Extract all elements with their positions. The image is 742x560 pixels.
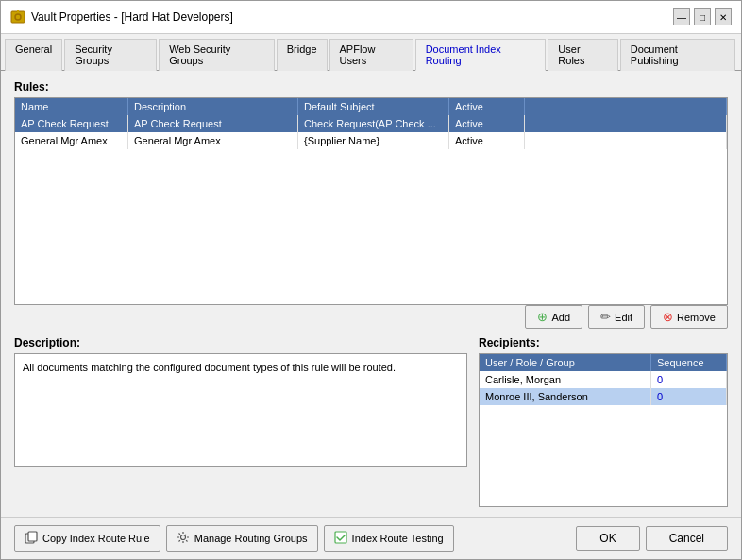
footer-right: OK Cancel [576, 526, 728, 551]
table-header: Name Description Default Subject Active [15, 98, 727, 115]
tab-document-publishing[interactable]: Document Publishing [620, 39, 735, 71]
recipients-label: Recipients: [479, 336, 728, 349]
row1-subject: Check Request(AP Check ... [298, 115, 449, 132]
row2-subject: {Supplier Name} [298, 132, 449, 149]
recipients-table: User / Role / Group Sequence Carlisle, M… [479, 353, 728, 507]
rec-row[interactable]: Carlisle, Morgan 0 [480, 371, 727, 388]
edit-icon: ✏ [600, 310, 611, 324]
edit-button[interactable]: ✏ Edit [588, 305, 645, 329]
window-title: Vault Properties - [Hard Hat Developers] [31, 10, 233, 24]
recipients-body: Carlisle, Morgan 0 Monroe III, Sanderson… [480, 371, 727, 405]
tab-apflow-users[interactable]: APFlow Users [329, 39, 413, 71]
cancel-button[interactable]: Cancel [646, 526, 728, 551]
row2-description: General Mgr Amex [128, 132, 298, 149]
svg-rect-4 [28, 532, 37, 541]
gear-icon [177, 531, 190, 546]
title-controls: — □ ✕ [673, 8, 732, 25]
title-bar: Vault Properties - [Hard Hat Developers]… [1, 1, 741, 34]
add-icon: ⊕ [537, 310, 548, 324]
minimize-button[interactable]: — [673, 8, 690, 25]
rec-col-name: User / Role / Group [480, 354, 651, 371]
description-label: Description: [14, 336, 467, 349]
svg-rect-2 [17, 10, 19, 13]
rec2-name: Monroe III, Sanderson [480, 388, 651, 405]
manage-routing-groups-button[interactable]: Manage Routing Groups [166, 525, 318, 552]
title-bar-left: Vault Properties - [Hard Hat Developers] [10, 9, 233, 25]
remove-button[interactable]: ⊗ Remove [650, 305, 728, 329]
maximize-button[interactable]: □ [694, 8, 711, 25]
row2-active: Active [449, 132, 525, 149]
tab-bridge[interactable]: Bridge [277, 39, 328, 71]
rules-table: Name Description Default Subject Active … [14, 97, 728, 305]
row1-extra [525, 115, 727, 132]
row1-description: AP Check Request [128, 115, 298, 132]
remove-icon: ⊗ [663, 310, 673, 324]
footer-left: Copy Index Route Rule Manage Routing Gro… [14, 525, 454, 552]
col-description: Description [128, 98, 298, 115]
row2-extra [525, 132, 727, 149]
vault-icon [10, 9, 25, 25]
description-section: Description: All documents matching the … [14, 336, 467, 507]
footer: Copy Index Route Rule Manage Routing Gro… [1, 517, 741, 559]
check-icon [334, 531, 347, 546]
main-content: Rules: Name Description Default Subject … [1, 71, 741, 517]
add-button[interactable]: ⊕ Add [525, 305, 582, 329]
col-default-subject: Default Subject [298, 98, 449, 115]
col-extra [525, 98, 727, 115]
bottom-section: Description: All documents matching the … [14, 336, 728, 507]
copy-index-route-button[interactable]: Copy Index Route Rule [14, 525, 160, 552]
col-active: Active [449, 98, 525, 115]
main-window: Vault Properties - [Hard Hat Developers]… [0, 0, 742, 560]
rec2-sequence: 0 [651, 388, 727, 405]
tab-document-index-routing[interactable]: Document Index Routing [415, 39, 547, 71]
tab-bar: General Security Groups Web Security Gro… [1, 34, 741, 71]
description-box: All documents matching the configured do… [14, 353, 467, 467]
recipients-header: User / Role / Group Sequence [480, 354, 727, 371]
copy-icon [25, 531, 38, 546]
rec-row[interactable]: Monroe III, Sanderson 0 [480, 388, 727, 405]
tab-general[interactable]: General [5, 39, 62, 71]
row2-name: General Mgr Amex [15, 132, 128, 149]
action-row: ⊕ Add ✏ Edit ⊗ Remove [14, 305, 728, 329]
tab-user-roles[interactable]: User Roles [548, 39, 617, 71]
index-route-testing-button[interactable]: Index Route Testing [324, 525, 454, 552]
row1-active: Active [449, 115, 525, 132]
col-name: Name [15, 98, 128, 115]
recipients-section: Recipients: User / Role / Group Sequence… [479, 336, 728, 507]
tab-security-groups[interactable]: Security Groups [64, 39, 157, 71]
rules-section: Rules: Name Description Default Subject … [14, 80, 728, 329]
rec1-name: Carlisle, Morgan [480, 371, 651, 388]
table-row[interactable]: General Mgr Amex General Mgr Amex {Suppl… [15, 132, 727, 149]
table-row[interactable]: AP Check Request AP Check Request Check … [15, 115, 727, 132]
row1-name: AP Check Request [15, 115, 128, 132]
rec1-sequence: 0 [651, 371, 727, 388]
tab-web-security-groups[interactable]: Web Security Groups [159, 39, 275, 71]
rec-col-sequence: Sequence [651, 354, 727, 371]
rules-label: Rules: [14, 80, 728, 93]
ok-button[interactable]: OK [576, 526, 639, 551]
table-body: AP Check Request AP Check Request Check … [15, 115, 727, 304]
close-button[interactable]: ✕ [715, 8, 732, 25]
